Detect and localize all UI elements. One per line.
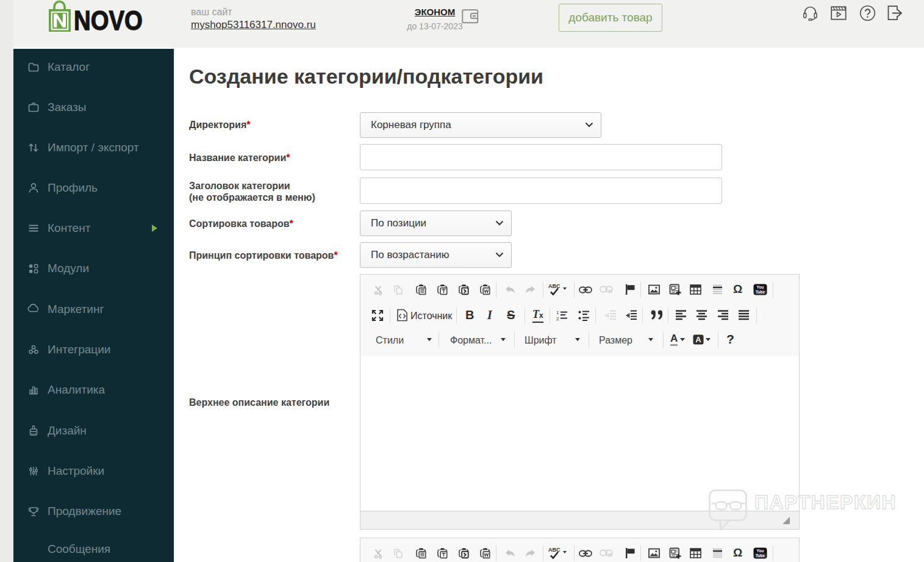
svg-text:You: You [757,285,764,289]
svg-text:Tube: Tube [756,290,765,294]
svg-text:2: 2 [556,316,559,322]
svg-text:You: You [757,549,764,553]
svg-text:1: 1 [556,310,559,315]
svg-text:Tube: Tube [756,553,765,558]
svg-text:A: A [695,335,701,344]
